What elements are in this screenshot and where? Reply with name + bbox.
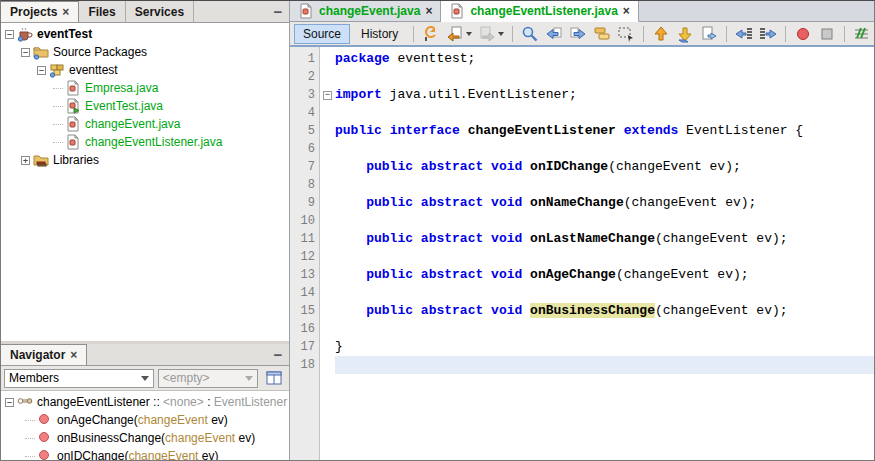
code-line[interactable]: public interface changeEventListener ext… bbox=[335, 122, 874, 140]
tab-files[interactable]: Files bbox=[79, 1, 125, 22]
tree-item[interactable]: − Source Packages bbox=[1, 43, 289, 61]
previous-occurrence-button[interactable] bbox=[650, 24, 672, 44]
record-macro-button[interactable] bbox=[792, 24, 814, 44]
jump-back-icon bbox=[446, 25, 464, 43]
tree-item-label: Source Packages bbox=[53, 45, 147, 59]
minimize-button[interactable]: − bbox=[267, 344, 289, 365]
expand-toggle[interactable]: + bbox=[21, 156, 30, 165]
dropdown-arrow-icon[interactable] bbox=[466, 32, 472, 36]
close-icon[interactable]: × bbox=[70, 349, 77, 361]
tab-label: Services bbox=[135, 5, 184, 19]
show-inherited-members-button[interactable] bbox=[262, 368, 286, 389]
tree-item[interactable]: changeEvent.java bbox=[1, 115, 289, 133]
java-main-file-icon bbox=[65, 98, 81, 114]
tree-item[interactable]: changeEventListener.java bbox=[1, 133, 289, 151]
navigator-method-item[interactable]: onBusinessChange(changeEvent ev) bbox=[1, 429, 289, 447]
close-icon[interactable]: × bbox=[623, 5, 630, 17]
scope-dropdown[interactable]: <empty> bbox=[158, 369, 259, 388]
interface-icon bbox=[17, 394, 33, 408]
collapse-toggle[interactable]: − bbox=[21, 48, 30, 57]
editor-tab-changeEventListener.java[interactable]: changeEventListener.java × bbox=[441, 1, 638, 22]
code-line[interactable] bbox=[335, 140, 874, 158]
rect-selection-button[interactable] bbox=[615, 24, 637, 44]
code-lines[interactable]: package eventtest; import java.util.Even… bbox=[335, 47, 874, 460]
tree-guide bbox=[53, 106, 63, 107]
collapse-toggle[interactable]: − bbox=[5, 398, 14, 407]
folder-icon bbox=[33, 44, 49, 60]
shift-right-button[interactable] bbox=[757, 24, 779, 44]
tab-services[interactable]: Services bbox=[126, 1, 194, 22]
code-line[interactable]: package eventtest; bbox=[335, 50, 874, 68]
package-icon bbox=[49, 62, 65, 78]
code-line[interactable]: public abstract void onIDChange(changeEv… bbox=[335, 158, 874, 176]
navigator-method-item[interactable]: onAgeChange(changeEvent ev) bbox=[1, 411, 289, 429]
netbeans-window: Projects × Files Services − − eventTest … bbox=[0, 0, 875, 461]
collapse-toggle[interactable]: − bbox=[5, 30, 14, 39]
java-file-icon bbox=[298, 3, 314, 19]
code-line[interactable] bbox=[335, 248, 874, 266]
minimize-button[interactable]: − bbox=[267, 1, 289, 22]
editor-tab-label: changeEventListener.java bbox=[470, 4, 617, 18]
code-line[interactable]: public abstract void onLastNameChange(ch… bbox=[335, 230, 874, 248]
tree-item[interactable]: EventTest.java bbox=[1, 97, 289, 115]
shift-left-button[interactable] bbox=[733, 24, 755, 44]
code-line[interactable]: public abstract void onNameChange(change… bbox=[335, 194, 874, 212]
code-fold-column: − bbox=[320, 47, 335, 460]
java-file-icon bbox=[65, 80, 81, 96]
navigator-root-item[interactable]: − changeEventListener :: <none> : EventL… bbox=[1, 393, 289, 411]
dropdown-arrow-icon[interactable] bbox=[498, 32, 504, 36]
jump-back-button[interactable] bbox=[444, 24, 466, 44]
source-view-button[interactable]: Source bbox=[294, 24, 350, 44]
code-line[interactable]: public abstract void onAgeChange(changeE… bbox=[335, 266, 874, 284]
code-line[interactable]: public abstract void onBusinessChange(ch… bbox=[335, 302, 874, 320]
members-dropdown[interactable]: Members bbox=[4, 369, 154, 388]
code-line[interactable] bbox=[335, 68, 874, 86]
history-view-button[interactable]: History bbox=[352, 24, 407, 44]
chevron-down-icon bbox=[245, 376, 253, 381]
comment-button[interactable] bbox=[851, 24, 873, 44]
columns-icon bbox=[266, 370, 283, 386]
line-number: 4 bbox=[290, 104, 315, 122]
collapse-toggle[interactable]: − bbox=[37, 66, 46, 75]
tree-item[interactable]: + Libraries bbox=[1, 151, 289, 169]
code-line[interactable] bbox=[335, 212, 874, 230]
jump-forward-button[interactable] bbox=[476, 24, 498, 44]
line-number: 5 bbox=[290, 122, 315, 140]
code-line-caret[interactable] bbox=[335, 356, 874, 374]
code-line[interactable]: import java.util.EventListener; bbox=[335, 86, 874, 104]
tree-item-label: Empresa.java bbox=[85, 81, 158, 95]
toolbar-separator bbox=[512, 26, 513, 42]
find-next-button[interactable] bbox=[567, 24, 589, 44]
toggle-caret-button[interactable] bbox=[698, 24, 720, 44]
code-line[interactable] bbox=[335, 320, 874, 338]
tree-item[interactable]: − eventTest bbox=[1, 25, 289, 43]
comment-icon bbox=[853, 25, 871, 43]
tab-projects[interactable]: Projects × bbox=[1, 1, 79, 22]
last-edit-location-button[interactable] bbox=[420, 24, 442, 44]
find-previous-button[interactable] bbox=[543, 24, 565, 44]
line-number: 2 bbox=[290, 68, 315, 86]
code-fold-toggle[interactable]: − bbox=[323, 91, 332, 100]
code-line[interactable]: } bbox=[335, 338, 874, 356]
toggle-highlight-button[interactable] bbox=[591, 24, 613, 44]
tree-item[interactable]: − eventtest bbox=[1, 61, 289, 79]
tab-navigator[interactable]: Navigator × bbox=[1, 344, 87, 365]
projects-panel: Projects × Files Services − − eventTest … bbox=[1, 1, 289, 344]
navigator-method-item[interactable]: onIDChange(changeEvent ev) bbox=[1, 447, 289, 460]
code-line[interactable] bbox=[335, 104, 874, 122]
jump-forward-icon bbox=[478, 25, 496, 43]
code-line[interactable] bbox=[335, 176, 874, 194]
next-occurrence-button[interactable] bbox=[674, 24, 696, 44]
code-line[interactable] bbox=[335, 284, 874, 302]
tree-item-label: Libraries bbox=[53, 153, 99, 167]
tree-item[interactable]: Empresa.java bbox=[1, 79, 289, 97]
stop-macro-button[interactable] bbox=[816, 24, 838, 44]
close-icon[interactable]: × bbox=[62, 6, 69, 18]
code-editor[interactable]: 123456789101112131415161718 − package ev… bbox=[290, 47, 874, 460]
find-button[interactable] bbox=[519, 24, 541, 44]
close-icon[interactable]: × bbox=[425, 5, 432, 17]
toolbar-separator bbox=[785, 26, 786, 42]
editor-tab-changeEvent.java[interactable]: changeEvent.java × bbox=[290, 1, 441, 21]
previous-occurrence-icon bbox=[652, 25, 670, 43]
tree-item-label: EventTest.java bbox=[85, 99, 163, 113]
